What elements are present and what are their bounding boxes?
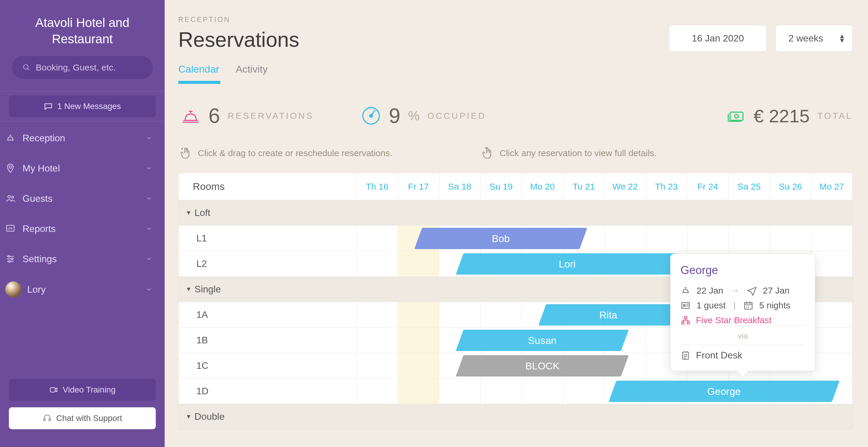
group-row-loft[interactable]: ▼ Loft: [179, 200, 852, 226]
nav-label: Settings: [23, 254, 57, 265]
nav-label: My Hotel: [23, 163, 60, 174]
stat-reservations: 6 RESERVATIONS: [181, 104, 314, 128]
sidebar-item-settings[interactable]: Settings: [0, 244, 165, 274]
svg-point-7: [11, 258, 13, 260]
stat-total: € 2215 TOTAL: [725, 106, 852, 126]
svg-rect-9: [50, 388, 55, 392]
chat-support-button[interactable]: Chat with Support: [9, 407, 156, 429]
sidebar-item-reports[interactable]: Reports: [0, 214, 165, 244]
svg-point-8: [8, 261, 10, 263]
room-label: 1B: [179, 328, 356, 353]
nav-label: Guests: [23, 193, 53, 204]
day-head[interactable]: Sa 25: [728, 173, 770, 200]
collapse-icon: ▼: [186, 209, 192, 216]
range-select[interactable]: 2 weeks ▲▼: [776, 25, 852, 52]
reservation-bar[interactable]: BLOCK: [456, 355, 629, 377]
search-input[interactable]: [36, 62, 142, 72]
chevron-down-icon: [146, 195, 152, 202]
svg-point-15: [735, 114, 738, 118]
notepad-icon: [681, 351, 691, 360]
day-head[interactable]: Th 23: [646, 173, 687, 200]
nav-label: Reports: [23, 224, 56, 234]
calendar-icon: [743, 300, 753, 310]
bell-icon: [181, 106, 201, 126]
popover-nights: 5 nights: [759, 300, 790, 310]
day-head[interactable]: Fr 17: [398, 173, 439, 200]
reservation-guest: Bob: [492, 233, 510, 244]
hint-click: Click any reservation to view full detai…: [481, 147, 656, 160]
video-training-button[interactable]: Video Training: [9, 379, 156, 401]
chevron-down-icon: [146, 165, 152, 172]
day-head[interactable]: Tu 21: [563, 173, 604, 200]
pin-icon: [5, 163, 16, 173]
brand-title: Atavoli Hotel and Restaurant: [0, 12, 165, 56]
day-head[interactable]: Sa 18: [439, 173, 480, 200]
video-icon: [49, 385, 58, 394]
room-label: 1D: [179, 379, 356, 404]
date-value: 16 Jan 2020: [692, 33, 744, 44]
arrow-icon: →: [731, 286, 739, 295]
reservation-bar[interactable]: Lori: [456, 253, 679, 275]
separator: |: [733, 301, 735, 310]
day-head[interactable]: Su 26: [770, 173, 811, 200]
popover-from: 22 Jan: [696, 286, 723, 296]
report-icon: [5, 224, 16, 234]
chevron-down-icon: [146, 286, 152, 293]
rooms-col-head: Rooms: [179, 173, 356, 200]
sidebar-user[interactable]: Lory: [0, 274, 165, 305]
sidebar-nav: Reception My Hotel Guests Reports Settin…: [0, 122, 165, 373]
hierarchy-icon: [681, 315, 691, 325]
collapse-icon: ▼: [186, 286, 192, 293]
day-head[interactable]: Mo 20: [522, 173, 563, 200]
stat-value: 2215: [769, 106, 810, 126]
search-input-wrap[interactable]: [12, 56, 153, 79]
group-name: Double: [194, 411, 224, 422]
group-row-double[interactable]: ▼ Double: [179, 404, 852, 429]
reservation-bar[interactable]: Rita: [538, 304, 679, 326]
chevron-down-icon: [146, 226, 152, 232]
bell-icon: [681, 286, 691, 296]
day-head[interactable]: Su 19: [480, 173, 522, 200]
main: RECEPTION Reservations 16 Jan 2020 2 wee…: [165, 0, 868, 447]
calendar: Rooms Th 16 Fr 17 Sa 18 Su 19 Mo 20 Tu 2…: [178, 173, 852, 430]
messages-label: 1 New Messages: [58, 101, 121, 111]
nav-label: Reception: [23, 133, 65, 144]
hint-drag: Click & drag to create or reschedule res…: [180, 147, 393, 160]
day-head[interactable]: Fr 24: [687, 173, 728, 200]
updown-icon: ▲▼: [839, 34, 845, 43]
svg-rect-16: [682, 302, 689, 308]
svg-rect-5: [6, 226, 14, 231]
stat-value: 6: [209, 104, 220, 128]
svg-point-4: [11, 196, 13, 198]
svg-rect-20: [682, 322, 684, 324]
chevron-down-icon: [146, 256, 152, 262]
messages-button[interactable]: 1 New Messages: [9, 95, 156, 117]
chevron-down-icon: [146, 135, 152, 141]
reservation-popover: George 22 Jan → 27 Jan 1 guest | 5 night…: [670, 254, 815, 371]
date-picker[interactable]: 16 Jan 2020: [669, 25, 767, 52]
sidebar-item-reception[interactable]: Reception: [0, 123, 165, 153]
tab-activity[interactable]: Activity: [236, 63, 268, 83]
reservation-bar[interactable]: Bob: [414, 228, 588, 249]
svg-rect-11: [49, 419, 50, 421]
gauge-icon: [361, 106, 381, 126]
popover-guest: George: [681, 264, 805, 277]
room-label: 1C: [179, 353, 356, 379]
popover-source: Front Desk: [696, 350, 742, 361]
hint-text: Click any reservation to view full detai…: [500, 148, 656, 158]
day-head[interactable]: We 22: [604, 173, 646, 200]
sidebar-item-myhotel[interactable]: My Hotel: [0, 153, 165, 183]
chat-icon: [44, 102, 53, 111]
tab-calendar[interactable]: Calendar: [178, 63, 219, 83]
breadcrumb: RECEPTION: [178, 16, 852, 24]
group-name: Loft: [194, 207, 210, 218]
sidebar-item-guests[interactable]: Guests: [0, 183, 165, 214]
via-label: via: [681, 331, 805, 341]
day-head[interactable]: Th 16: [356, 173, 398, 200]
svg-point-3: [8, 196, 11, 198]
calendar-header: Rooms Th 16 Fr 17 Sa 18 Su 19 Mo 20 Tu 2…: [179, 173, 852, 200]
popover-to: 27 Jan: [763, 286, 789, 296]
reservation-bar[interactable]: George: [609, 381, 840, 402]
reservation-bar[interactable]: Susan: [456, 330, 629, 351]
day-head[interactable]: Mo 27: [811, 173, 852, 200]
